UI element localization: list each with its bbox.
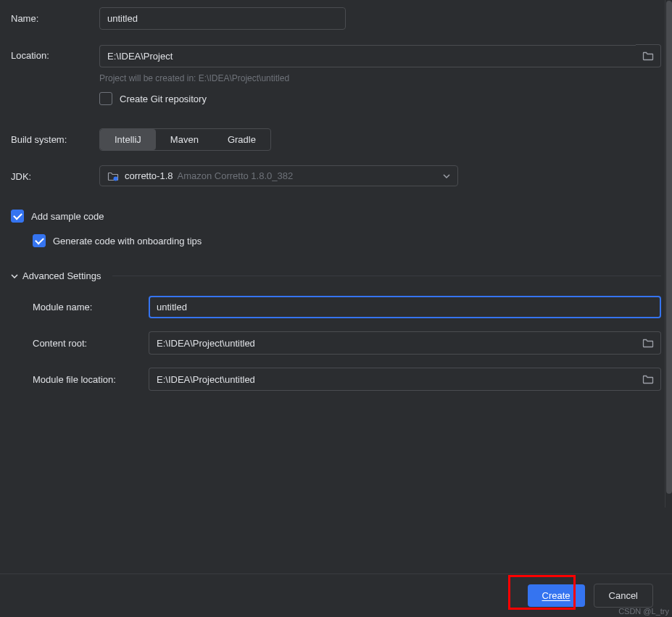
advanced-title: Advanced Settings — [22, 270, 101, 281]
segment-intellij[interactable]: IntelliJ — [100, 129, 156, 150]
module-file-label: Module file location: — [33, 374, 149, 385]
location-hint: Project will be created in: E:\IDEA\Proj… — [99, 73, 661, 83]
sample-code-checkbox[interactable] — [11, 210, 24, 223]
jdk-version: corretto-1.8 — [125, 170, 173, 181]
folder-icon — [642, 51, 654, 61]
chevron-down-icon — [443, 174, 450, 178]
git-label: Create Git repository — [120, 94, 207, 104]
name-label: Name: — [11, 7, 99, 24]
module-file-browse-button[interactable] — [636, 368, 661, 391]
module-name-input[interactable] — [149, 296, 661, 318]
folder-jdk-icon — [107, 171, 119, 181]
segment-gradle[interactable]: Gradle — [213, 129, 270, 150]
build-system-segmented: IntelliJ Maven Gradle — [99, 128, 271, 151]
content-root-label: Content root: — [33, 338, 149, 349]
scrollbar[interactable] — [665, 0, 672, 508]
git-checkbox[interactable] — [99, 92, 112, 105]
scrollbar-thumb[interactable] — [666, 1, 672, 494]
location-input[interactable] — [99, 45, 636, 67]
jdk-label: JDK: — [11, 165, 99, 182]
folder-icon — [642, 338, 654, 348]
jdk-detail: Amazon Corretto 1.8.0_382 — [177, 170, 293, 181]
advanced-toggle[interactable]: Advanced Settings — [11, 270, 661, 281]
dialog-footer: Create Cancel — [0, 573, 672, 617]
segment-maven[interactable]: Maven — [156, 129, 213, 150]
onboarding-label: Generate code with onboarding tips — [53, 236, 202, 247]
location-browse-button[interactable] — [636, 44, 661, 67]
onboarding-checkbox[interactable] — [33, 234, 46, 247]
name-input[interactable] — [99, 7, 346, 30]
svg-point-0 — [114, 176, 118, 181]
chevron-down-icon — [11, 274, 18, 278]
location-label: Location: — [11, 44, 99, 61]
content-root-browse-button[interactable] — [636, 331, 661, 355]
create-button[interactable]: Create — [528, 584, 585, 607]
watermark: CSDN @L_try — [618, 607, 669, 616]
cancel-button[interactable]: Cancel — [594, 584, 653, 608]
sample-code-label: Add sample code — [31, 211, 104, 222]
content-root-input[interactable] — [149, 331, 636, 355]
module-file-input[interactable] — [149, 368, 636, 391]
folder-icon — [642, 374, 654, 384]
jdk-dropdown[interactable]: corretto-1.8 Amazon Corretto 1.8.0_382 — [99, 165, 458, 186]
build-system-label: Build system: — [11, 128, 99, 145]
module-name-label: Module name: — [33, 302, 149, 312]
